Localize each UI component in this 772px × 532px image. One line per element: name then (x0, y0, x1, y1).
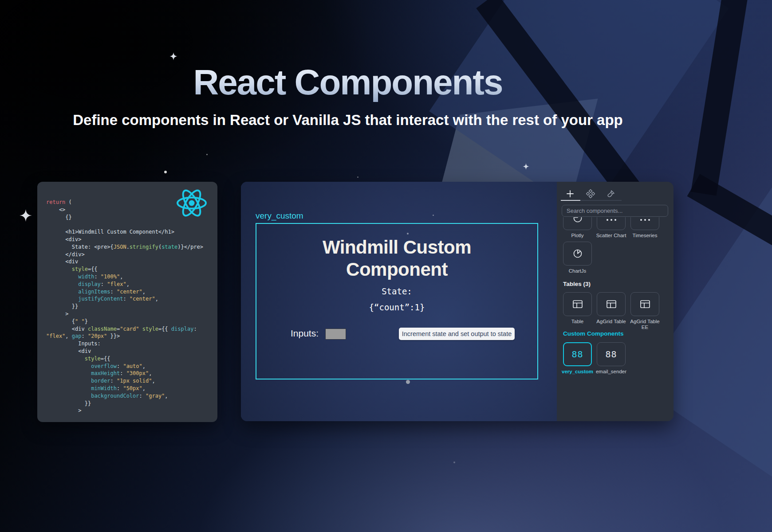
code-content: return ( <> {} <h1>Windmill Custom Compo… (46, 199, 217, 415)
table-icon (572, 299, 583, 309)
component-library-sidebar: PlotlyScatter ChartTimeseries ChartJs Ta… (557, 182, 674, 421)
component-card-box (563, 292, 592, 316)
code-line: style={{ (46, 266, 217, 273)
code-line: <div> (46, 236, 217, 243)
code-line: <div (46, 258, 217, 266)
component-card-table[interactable]: Table (563, 292, 592, 330)
pie-chart-icon (572, 248, 583, 259)
component-inputs-row: Inputs: Increment state and set output t… (256, 327, 537, 340)
component-card-box: 88 (563, 342, 592, 366)
app-canvas: very_custom Windmill Custom Component St… (241, 182, 557, 421)
component-card-box (597, 292, 626, 316)
code-line: <div className="card" style={{ display: (46, 325, 217, 333)
component-card-plotly[interactable]: Plotly (563, 217, 592, 239)
bg-dark-band-diagonal (476, 0, 646, 207)
code-line: alignItems: "center", (46, 288, 217, 296)
component-card-label: Plotly (560, 233, 595, 239)
code-line: </div> (46, 251, 217, 258)
page-subtitle: Define components in React or Vanilla JS… (0, 112, 696, 129)
bg-dark-band-vertical (691, 0, 751, 196)
code-line: border: "1px solid", (46, 377, 217, 385)
code-line: > (46, 310, 217, 318)
code-line: maxHeight: "300px", (46, 370, 217, 377)
bg-speck (407, 233, 409, 235)
component-card-label: Scatter Chart (594, 233, 629, 239)
sparkle-star-icon (169, 52, 177, 60)
section-header-custom-components: Custom Components (563, 330, 624, 337)
bg-speck (357, 176, 358, 178)
bg-dark-band-branch (687, 174, 772, 256)
code-line: > (46, 407, 217, 415)
component-row: TableAgGrid TableAgGrid Table EE (563, 292, 659, 330)
scatter-dots-icon (606, 217, 617, 222)
component-card-box (597, 217, 626, 230)
component-card-label: email_sender (594, 369, 629, 375)
code-line: backgroundColor: "gray", (46, 392, 217, 400)
component-title: Windmill Custom Component (291, 236, 504, 281)
component-card-very-custom[interactable]: 88very_custom (563, 342, 592, 375)
custom-component-icon: 88 (571, 349, 583, 360)
bg-speck (453, 462, 455, 463)
code-editor-panel: return ( <> {} <h1>Windmill Custom Compo… (37, 182, 217, 422)
component-card-box: 88 (597, 342, 626, 366)
component-card-box (563, 217, 592, 230)
bg-speck (206, 154, 208, 155)
component-card-label: AgGrid Table EE (628, 319, 662, 330)
component-list-scroll[interactable]: PlotlyScatter ChartTimeseries ChartJs Ta… (557, 217, 674, 421)
component-card-email-sender[interactable]: 88email_sender (597, 342, 626, 375)
code-line: "flex", gap: "20px" }}> (46, 332, 217, 340)
add-component-tab plus-icon[interactable] (566, 189, 575, 198)
app-editor-window: very_custom Windmill Custom Component St… (241, 182, 674, 421)
code-line: style={{ (46, 355, 217, 363)
component-card-box (563, 242, 592, 266)
component-card-label: ChartJs (560, 268, 595, 274)
code-line: display: "flex", (46, 281, 217, 288)
component-card-scatter-chart[interactable]: Scatter Chart (597, 217, 626, 239)
component-card-timeseries[interactable]: Timeseries (630, 217, 659, 239)
component-card-label: very_custom (560, 369, 595, 375)
code-line: minWidth: "50px", (46, 385, 217, 392)
style-tab brush-icon[interactable] (607, 189, 615, 198)
increment-state-button[interactable]: Increment state and set output to state (399, 328, 515, 340)
component-card-label: Timeseries (628, 233, 662, 239)
code-line: Inputs: (46, 340, 217, 348)
bg-speck (164, 171, 167, 173)
custom-component-icon: 88 (605, 349, 617, 360)
section-header-tables: Tables (3) (563, 281, 591, 287)
code-line: <div (46, 348, 217, 355)
component-row: 88very_custom88email_sender (563, 342, 626, 375)
component-card-box (630, 217, 659, 230)
component-card-label: AgGrid Table (594, 319, 629, 325)
component-state-label: State: (256, 286, 537, 297)
code-line: {" "} (46, 318, 217, 325)
code-line: width: "100%", (46, 273, 217, 281)
selected-component-frame[interactable]: Windmill Custom Component State: {“count… (256, 223, 538, 379)
component-input-box[interactable] (325, 329, 346, 340)
bg-speck (433, 215, 434, 216)
active-tab-indicator (561, 200, 580, 201)
sparkle-star-icon (523, 163, 529, 170)
resize-handle-dot[interactable] (406, 380, 410, 384)
table-icon (639, 299, 651, 309)
code-line: }} (46, 303, 217, 310)
code-line: State: <pre>{JSON.stringify(state)}</pre… (46, 243, 217, 251)
sparkle-star-icon (20, 209, 32, 222)
code-line: }} (46, 400, 217, 407)
component-card-box (630, 292, 659, 316)
component-card-chartjs[interactable]: ChartJs (563, 242, 592, 274)
component-card-label: Table (560, 319, 595, 325)
code-line: overflow: "auto", (46, 363, 217, 370)
search-input[interactable] (562, 205, 668, 217)
component-id-label: very_custom (256, 211, 303, 221)
component-card-aggrid-table-ee[interactable]: AgGrid Table EE (630, 292, 659, 330)
code-line (46, 221, 217, 228)
component-row: ChartJs (563, 242, 592, 274)
component-card-aggrid-table[interactable]: AgGrid Table (597, 292, 626, 330)
donut-chart-icon (572, 217, 583, 223)
components-tab components-icon[interactable] (586, 189, 595, 198)
react-logo-icon (176, 189, 208, 217)
component-row: PlotlyScatter ChartTimeseries (563, 217, 659, 239)
table-icon (606, 299, 617, 309)
scatter-dots-icon (639, 217, 651, 222)
page-title: React Components (0, 62, 696, 103)
